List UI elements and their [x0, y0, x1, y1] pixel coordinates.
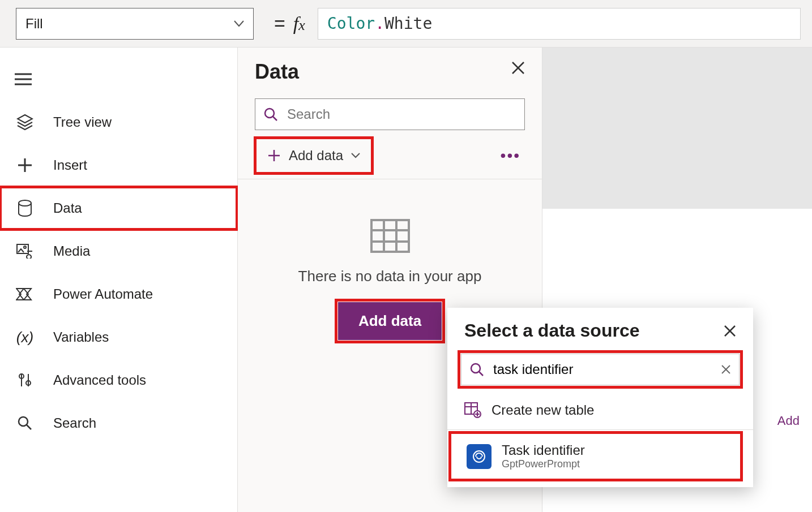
datasource-result[interactable]: Task identifier GptPowerPrompt	[450, 433, 742, 479]
fx-icon: fx	[293, 13, 305, 35]
svg-point-15	[19, 417, 28, 426]
create-new-table-label: Create new table	[492, 402, 594, 418]
ai-model-icon	[467, 444, 492, 469]
create-new-table[interactable]: Create new table	[447, 393, 753, 427]
search-icon	[263, 107, 278, 122]
more-options-button[interactable]: •••	[501, 147, 520, 165]
close-icon[interactable]	[511, 61, 525, 75]
picker-search-input[interactable]	[461, 354, 740, 385]
variable-icon: (x)	[15, 329, 35, 346]
svg-marker-3	[18, 115, 32, 123]
formula-bar: Fill = fx Color.White	[0, 0, 812, 48]
result-subtitle: GptPowerPrompt	[502, 458, 585, 470]
formula-token-dot: .	[375, 14, 384, 33]
rail-item-data[interactable]: Data	[0, 187, 237, 230]
add-data-button[interactable]: Add data	[338, 302, 442, 340]
property-name: Fill	[25, 16, 43, 32]
tools-icon	[15, 372, 35, 389]
svg-line-16	[27, 425, 31, 429]
result-title: Task identifier	[502, 442, 585, 458]
data-search-input[interactable]	[255, 98, 525, 130]
plus-icon	[15, 157, 35, 173]
clear-icon[interactable]	[721, 364, 731, 375]
canvas-add-hint[interactable]: Add	[777, 414, 800, 428]
rail-label: Power Automate	[53, 286, 153, 302]
formula-input[interactable]: Color.White	[318, 8, 801, 40]
rail-label: Tree view	[53, 114, 112, 130]
rail-label: Search	[53, 415, 96, 431]
property-selector[interactable]: Fill	[16, 8, 254, 40]
svg-line-20	[273, 117, 277, 121]
add-data-dropdown[interactable]: Add data	[255, 137, 373, 174]
search-icon	[15, 415, 35, 431]
equals-sign: =	[274, 12, 285, 35]
svg-point-6	[19, 200, 31, 206]
divider	[447, 429, 753, 430]
rail-label: Insert	[53, 157, 87, 173]
left-rail: Tree view Insert Data Media Power Automa	[0, 48, 238, 512]
flow-icon	[15, 287, 35, 301]
formula-token-val: White	[384, 14, 432, 33]
rail-item-media[interactable]: Media	[0, 230, 237, 273]
empty-message: There is no data in your app	[298, 268, 482, 285]
rail-item-search[interactable]: Search	[0, 402, 237, 445]
close-icon[interactable]	[724, 325, 736, 337]
svg-rect-23	[371, 220, 409, 252]
plus-icon	[267, 149, 281, 162]
rail-item-power-automate[interactable]: Power Automate	[0, 273, 237, 316]
rail-item-tree-view[interactable]: Tree view	[0, 101, 237, 144]
chevron-down-icon	[234, 20, 244, 27]
chevron-down-icon	[351, 153, 360, 158]
svg-point-19	[265, 109, 274, 118]
svg-marker-10	[24, 289, 31, 300]
search-icon	[469, 362, 484, 377]
svg-marker-9	[16, 289, 24, 300]
picker-title: Select a data source	[464, 320, 639, 341]
media-icon	[15, 244, 35, 259]
svg-line-31	[479, 372, 483, 376]
database-icon	[15, 200, 35, 217]
table-empty-icon	[370, 219, 410, 253]
add-data-label: Add data	[289, 148, 343, 164]
rail-item-variables[interactable]: (x) Variables	[0, 316, 237, 359]
rail-label: Advanced tools	[53, 372, 146, 388]
svg-point-30	[471, 364, 480, 373]
svg-point-8	[24, 246, 26, 248]
formula-token-prop: Color	[327, 14, 375, 33]
data-pane-title: Data	[255, 60, 525, 84]
data-search-field[interactable]	[286, 106, 516, 123]
rail-label: Media	[53, 243, 90, 259]
hamburger-button[interactable]	[0, 58, 237, 101]
table-plus-icon	[464, 402, 481, 418]
rail-item-insert[interactable]: Insert	[0, 144, 237, 187]
rail-item-advanced-tools[interactable]: Advanced tools	[0, 359, 237, 402]
rail-label: Data	[53, 200, 82, 216]
rail-label: Variables	[53, 329, 109, 345]
layers-icon	[15, 114, 35, 131]
datasource-picker: Select a data source Create new table	[447, 308, 753, 487]
picker-search-field[interactable]	[492, 361, 713, 378]
